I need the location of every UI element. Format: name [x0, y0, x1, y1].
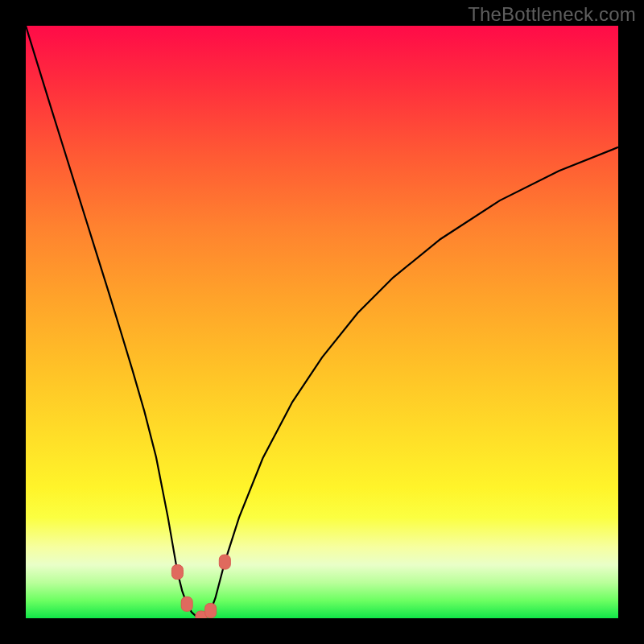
bottleneck-curve	[26, 26, 618, 618]
curve-layer	[26, 26, 618, 618]
curve-marker	[205, 603, 217, 617]
watermark-text: TheBottleneck.com	[468, 3, 636, 26]
curve-marker	[171, 565, 183, 580]
curve-marker	[181, 597, 192, 611]
chart-frame: TheBottleneck.com	[0, 0, 644, 644]
curve-marker	[219, 555, 230, 569]
plot-area	[26, 26, 618, 618]
